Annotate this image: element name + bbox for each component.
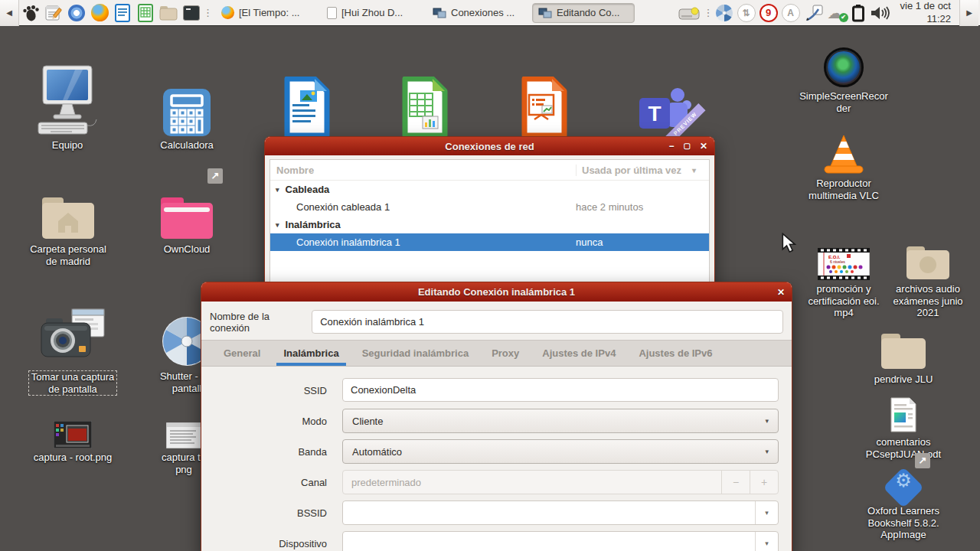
tab-general[interactable]: General — [212, 341, 272, 366]
desktop-icon-label: SimpleScreenRecor der — [799, 90, 888, 114]
desktop-icon-oxford-appimage[interactable]: ⚙ ↗ Oxford Learners Bookshelf 5.8.2. App… — [850, 461, 957, 541]
desktop-icon-captura-root[interactable]: captura - root.png — [23, 412, 122, 464]
desktop-icon-tomar-captura[interactable]: Tomar una captura de pantalla — [15, 305, 130, 396]
launcher-writer[interactable] — [111, 2, 134, 24]
group-row-inalambrica[interactable]: ▾ Inalámbrica — [270, 216, 709, 233]
taskbar-button-el-tiempo[interactable]: [El Tiempo: ... — [215, 3, 318, 23]
connection-name-input[interactable] — [312, 310, 783, 334]
expander-icon[interactable]: ▾ — [276, 186, 279, 194]
bssid-label: BSSID — [210, 507, 333, 519]
band-label: Banda — [210, 446, 333, 458]
desktop-icon-archivos-audio[interactable]: archivos audio exámenes junio 2021 — [882, 243, 974, 319]
expander-icon[interactable]: ▾ — [276, 221, 279, 229]
screenshot-thumbnail-icon — [166, 412, 201, 448]
desktop-icon-label: OwnCloud — [164, 243, 211, 256]
launcher-calc[interactable] — [134, 2, 157, 24]
volume-indicator[interactable] — [869, 4, 890, 22]
folder-icon — [905, 243, 951, 280]
desktop-icon-promocion-video[interactable]: E.O.I. 6 niveles promoción y certificaci… — [798, 246, 890, 319]
increment-icon[interactable]: + — [750, 471, 778, 494]
device-combobox[interactable]: ▾ — [342, 531, 779, 551]
tablet-pen-indicator[interactable] — [804, 4, 824, 22]
decrement-icon[interactable]: − — [721, 471, 750, 494]
taskbar-button-hui-zhou[interactable]: [Hui Zhou D... — [321, 3, 423, 23]
panel-collapse-left-button[interactable]: ◀ — [0, 0, 19, 26]
chevron-down-icon[interactable]: ▾ — [755, 532, 778, 551]
shortcut-arrow-icon: ↗ — [915, 453, 930, 468]
owncloud-sync-indicator[interactable]: ☁ ✔ — [828, 4, 848, 22]
home-folder-icon — [40, 182, 96, 240]
folder-icon — [880, 331, 927, 370]
tab-inalambrica[interactable]: Inalámbrica — [272, 341, 350, 366]
window-titlebar[interactable]: Conexiones de red − ▢ ✕ — [265, 137, 714, 155]
ssid-label: SSID — [210, 385, 333, 396]
disk-indicator[interactable] — [678, 5, 700, 21]
launcher-main-menu[interactable] — [19, 2, 42, 24]
launcher-terminal[interactable] — [180, 2, 203, 24]
terminal-icon — [183, 5, 200, 21]
window-titlebar[interactable]: Editando Conexión inalámbrica 1 ✕ — [201, 282, 792, 302]
desktop-icon-lo-impress[interactable] — [519, 77, 568, 138]
tab-proxy[interactable]: Proxy — [480, 341, 531, 366]
minimize-button[interactable]: − — [668, 142, 674, 151]
desktop-icon-label: Tomar una captura de pantalla — [28, 370, 117, 396]
close-button[interactable]: ✕ — [777, 288, 785, 297]
desktop-icon-comentarios-odt[interactable]: comentarios PCseptJUAN.odt — [858, 395, 949, 460]
launcher-text-editor[interactable] — [42, 2, 65, 24]
desktop-icon-equipo[interactable]: Equipo — [21, 63, 113, 152]
network-traffic-indicator[interactable]: ⇅ — [737, 4, 756, 22]
chevron-down-icon: ▾ — [765, 448, 769, 455]
band-dropdown[interactable]: Automático ▾ — [342, 439, 779, 464]
promo-subtitle-text: 6 niveles — [830, 259, 845, 264]
close-button[interactable]: ✕ — [700, 142, 707, 151]
desktop-icon-vlc[interactable]: Reproductor multimedia VLC — [790, 132, 897, 201]
group-row-cableada[interactable]: ▾ Cableada — [270, 181, 709, 198]
launcher-chromium[interactable] — [65, 2, 88, 24]
desktop-icon-label: Equipo — [52, 139, 83, 152]
desktop-icon-pendrive-jlu[interactable]: pendrive JLU — [858, 331, 949, 386]
teams-icon: T PREVIEW — [634, 81, 695, 136]
desktop-icon-calculadora[interactable]: Calculadora — [141, 81, 233, 152]
panel-grip[interactable]: ⋮ — [704, 7, 711, 18]
taskbar-button-editando[interactable]: Editando Co... — [532, 3, 635, 23]
desktop-icon-owncloud[interactable]: ↗ OwnCloud — [142, 182, 231, 256]
window-title: Conexiones de red — [445, 141, 534, 152]
clock-date: vie 1 de oct — [900, 0, 952, 12]
appimage-icon: ⚙ ↗ — [883, 461, 924, 502]
desktop-icon-carpeta-personal[interactable]: Carpeta personal de madrid — [18, 182, 118, 267]
desktop-icon-lo-calc[interactable] — [400, 77, 449, 138]
launcher-file-manager[interactable] — [157, 2, 180, 24]
tab-seguridad-inalambrica[interactable]: Seguridad inalámbrica — [351, 341, 480, 366]
maximize-button[interactable]: ▢ — [683, 142, 690, 150]
column-header-name[interactable]: Nombre — [270, 165, 576, 176]
tab-ajustes-ipv4[interactable]: Ajustes de IPv4 — [531, 341, 627, 366]
battery-indicator[interactable] — [851, 4, 865, 22]
folder-icon — [159, 5, 178, 21]
chevron-down-icon[interactable]: ▾ — [755, 501, 778, 524]
connection-row-selected[interactable]: Conexión inalámbrica 1 nunca — [270, 233, 709, 251]
panel-collapse-right-button[interactable]: ▶ — [959, 0, 978, 26]
clock[interactable]: vie 1 de oct 11:22 — [900, 0, 952, 25]
sort-arrow-icon: ▾ — [692, 166, 696, 174]
launcher-firefox[interactable] — [88, 2, 111, 24]
desktop-icon-simplescreenrecorder[interactable]: SimpleScreenRecor der — [790, 44, 897, 114]
gear-icon: ⚙ — [895, 470, 912, 491]
desktop-icon-teams[interactable]: T PREVIEW — [634, 81, 695, 136]
desktop-icon-lo-writer[interactable] — [282, 77, 331, 138]
desktop-icon-label: promoción y certificación eoi. mp4 — [808, 283, 879, 319]
taskbar-button-conexiones[interactable]: Conexiones ... — [426, 3, 529, 23]
ssid-input[interactable] — [342, 378, 779, 402]
system-tray: ⋮ ⇅ 9 A ☁ ✔ — [678, 0, 980, 26]
keyboard-layout-indicator[interactable]: A — [782, 4, 800, 22]
column-header-last-used[interactable]: Usada por última vez ▾ — [576, 165, 709, 176]
mode-dropdown[interactable]: Cliente ▾ — [342, 409, 779, 433]
panel-grip[interactable]: ⋮ — [203, 7, 211, 18]
libreoffice-calc-icon — [138, 4, 153, 22]
shutter-tray-icon[interactable] — [715, 4, 733, 22]
hard-drive-icon — [678, 5, 700, 21]
notifications-badge[interactable]: 9 — [760, 4, 778, 22]
chromium-icon — [68, 5, 85, 21]
bssid-combobox[interactable]: ▾ — [342, 500, 779, 525]
connection-row[interactable]: Conexión cableada 1 hace 2 minutos — [270, 198, 709, 216]
tab-ajustes-ipv6[interactable]: Ajustes de IPv6 — [627, 341, 724, 366]
